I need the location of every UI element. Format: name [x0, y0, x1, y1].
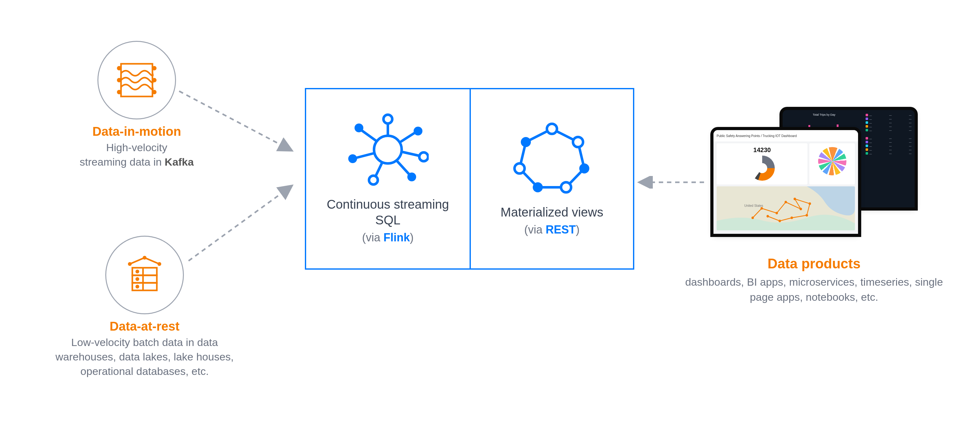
svg-point-16 — [135, 285, 139, 289]
svg-point-32 — [348, 154, 357, 163]
svg-point-2 — [152, 66, 156, 70]
streaming-sql-sub: (via Flink) — [362, 231, 414, 244]
laptop-front: Public Safety Answering Points / Truckin… — [713, 130, 858, 234]
data-products-title: Data products — [673, 256, 956, 272]
data-products-desc: dashboards, BI apps, microservices, time… — [673, 275, 956, 305]
data-products-block: Total Trips by Day — [673, 110, 956, 305]
svg-point-12 — [128, 262, 132, 266]
svg-point-37 — [579, 164, 589, 173]
data-at-rest-desc: Low-velocity batch data in data warehous… — [41, 335, 248, 379]
svg-point-46 — [775, 212, 778, 215]
svg-line-23 — [397, 161, 410, 175]
sunburst-chart-icon — [818, 147, 846, 175]
svg-point-27 — [383, 115, 392, 124]
svg-point-50 — [809, 202, 811, 205]
svg-point-39 — [533, 182, 543, 192]
svg-point-38 — [561, 182, 571, 192]
svg-point-49 — [794, 198, 796, 200]
svg-point-19 — [374, 136, 402, 164]
laptop-front-sunburst-card — [809, 143, 855, 184]
svg-point-6 — [152, 90, 156, 94]
materialized-views-title: Materialized views — [501, 204, 603, 220]
svg-point-41 — [521, 137, 531, 147]
svg-point-1 — [117, 66, 121, 70]
svg-point-51 — [805, 214, 808, 216]
svg-point-28 — [414, 127, 422, 135]
svg-point-36 — [573, 137, 583, 147]
box-materialized-views: Materialized views (via REST) — [469, 89, 633, 269]
laptop-front-kpi-card: 14230 — [717, 143, 807, 184]
svg-point-5 — [117, 90, 121, 94]
svg-point-3 — [117, 78, 121, 82]
svg-point-33 — [355, 124, 363, 132]
data-at-rest-title: Data-at-rest — [41, 319, 248, 334]
network-hub-icon — [347, 113, 429, 187]
materialized-views-sub: (via REST) — [524, 223, 579, 236]
laptop-back-legend: ——— ——— ——— ——— ——— ——— ——— ——— ——— ——— — [865, 110, 915, 207]
svg-point-35 — [547, 124, 557, 134]
svg-point-47 — [784, 201, 787, 203]
laptop-front-kpi-value: 14230 — [719, 146, 805, 154]
source-data-at-rest: Data-at-rest Low-velocity batch data in … — [41, 236, 248, 379]
laptops-illustration: Total Trips by Day — [713, 110, 915, 248]
svg-line-21 — [400, 132, 415, 142]
svg-line-25 — [355, 153, 375, 158]
box-continuous-streaming-sql: Continuous streaming SQL (via Flink) — [306, 89, 469, 269]
svg-point-15 — [135, 277, 139, 281]
svg-point-13 — [158, 262, 161, 266]
svg-point-52 — [791, 216, 793, 219]
svg-point-48 — [800, 208, 802, 210]
source-data-in-motion: Data-in-motion High-velocity streaming d… — [53, 41, 220, 169]
laptop-back-title: Total Trips by Day — [786, 113, 862, 116]
svg-point-45 — [760, 207, 763, 210]
center-processing-pair: Continuous streaming SQL (via Flink) Mat… — [305, 88, 634, 270]
streaming-icon — [97, 41, 176, 119]
svg-point-30 — [407, 173, 416, 181]
svg-point-40 — [514, 164, 525, 173]
laptop-front-map: United States — [717, 186, 855, 230]
svg-rect-0 — [121, 64, 153, 97]
laptop-front-header: Public Safety Answering Points / Truckin… — [713, 130, 858, 141]
svg-point-11 — [143, 256, 146, 259]
streaming-sql-title: Continuous streaming SQL — [316, 196, 460, 228]
donut-chart-icon — [749, 156, 775, 181]
svg-point-14 — [135, 270, 139, 273]
data-in-motion-desc: High-velocity streaming data in Kafka — [53, 140, 220, 169]
map-label: United States — [744, 204, 763, 207]
svg-point-29 — [419, 153, 428, 161]
svg-point-53 — [778, 220, 781, 222]
data-in-motion-title: Data-in-motion — [53, 124, 220, 138]
data-warehouse-icon — [105, 236, 184, 314]
svg-line-26 — [361, 130, 377, 141]
svg-point-44 — [751, 216, 754, 219]
svg-point-31 — [369, 176, 378, 184]
svg-point-4 — [152, 78, 156, 82]
ring-network-icon — [512, 121, 591, 195]
svg-point-54 — [767, 215, 769, 218]
